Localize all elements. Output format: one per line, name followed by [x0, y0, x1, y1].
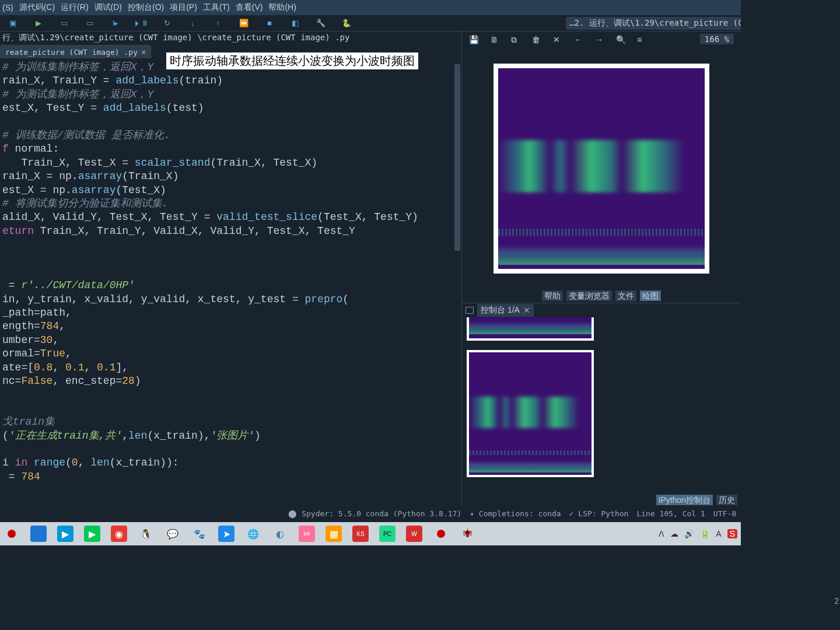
tab-history[interactable]: 历史 [716, 495, 737, 505]
app-icon[interactable]: ▶ [84, 526, 100, 542]
continue-button[interactable]: ⏩ [231, 15, 257, 32]
code-editor[interactable]: # 为训练集制作标签，返回X，Y rain_X, Train_Y = add_l… [0, 58, 461, 507]
app-icon[interactable]: ▦ [326, 526, 342, 542]
menu-item[interactable]: 帮助(H) [268, 2, 296, 13]
menu-bar[interactable]: (S) 源代码(C) 运行(R) 调试(D) 控制台(O) 项目(P) 工具(T… [0, 0, 741, 15]
tray-ime-icon[interactable]: S [727, 529, 737, 538]
file-tab[interactable]: reate_picture (CWT image) .py ✕ [0, 45, 151, 58]
annotation-overlay: 时序振动轴承数据经连续小波变换为小波时频图 [166, 52, 418, 69]
status-bar: ⬤ Spyder: 5.5.0 conda (Python 3.8.17) ✦ … [0, 507, 741, 520]
breadcrumb[interactable]: 行、调试\1.29\create_picture (CWT image) \cr… [0, 32, 461, 44]
qq-icon[interactable]: 🐧 [138, 526, 154, 542]
console-options-icon[interactable] [466, 307, 474, 314]
wrench-icon[interactable]: 🔧 [308, 15, 334, 32]
system-tray[interactable]: ᐱ ☁ 🔊 🔋 A S [659, 529, 737, 538]
bilibili-icon[interactable]: bili [299, 526, 315, 542]
wechat-icon[interactable]: 💬 [164, 526, 181, 542]
cwt-image [494, 64, 709, 274]
editor-pane: 行、调试\1.29\create_picture (CWT image) \cr… [0, 32, 462, 507]
close-icon[interactable]: ✕ [141, 47, 146, 57]
file-tab-label: reate_picture (CWT image) .py [5, 48, 138, 57]
record-icon[interactable] [433, 526, 449, 542]
new-file-button[interactable]: ▣ [0, 15, 26, 32]
status-completions[interactable]: ✦ Completions: conda [470, 509, 561, 518]
record-icon[interactable] [4, 526, 20, 542]
run-selection-button[interactable]: I▸ [103, 15, 128, 32]
hamburger-icon[interactable]: ≡ [637, 35, 645, 43]
right-pane-tabs: 帮助 变量浏览器 文件 绘图 [462, 290, 741, 303]
spyder-icon[interactable]: 🕷 [460, 526, 476, 542]
zoom-level[interactable]: 166 % [700, 34, 734, 44]
tray-cloud-icon[interactable]: ☁ [670, 529, 678, 538]
pycharm-icon[interactable]: PC [379, 526, 396, 542]
main-toolbar: ▣ ▶ ▭ ▭ I▸ ⏵⏸ ↻ ↓ ↑ ⏩ ■ ◧ 🔧 🐍 …2. 运行、调试\… [0, 15, 741, 32]
wps-icon[interactable]: W [406, 526, 422, 542]
copy-icon[interactable]: ⧉ [511, 35, 519, 43]
menu-item[interactable]: 工具(T) [203, 2, 230, 13]
run-button[interactable]: ▶ [26, 15, 51, 32]
python-icon[interactable]: 🐍 [334, 15, 359, 32]
status-lsp[interactable]: ✓ LSP: Python [569, 509, 629, 518]
plot-thumbnail[interactable] [467, 350, 594, 477]
plot-thumbnail[interactable] [467, 317, 594, 341]
baidu-icon[interactable]: 🐾 [191, 526, 208, 542]
tab-ipython[interactable]: IPython控制台 [656, 495, 713, 505]
menu-item[interactable]: 调试(D) [94, 2, 122, 13]
menu-item[interactable]: 项目(P) [170, 2, 197, 13]
console-tab-label: 控制台 1/A [481, 305, 520, 316]
task-view-icon[interactable] [30, 526, 47, 542]
windows-taskbar[interactable]: ▶ ▶ ◉ 🐧 💬 🐾 ➤ 🌐 ◐ bili ▦ KS PC W 🕷 ᐱ ☁ 🔊… [0, 522, 741, 545]
tray-ime-icon[interactable]: A [716, 529, 721, 538]
console-pane: 控制台 1/A ✕ IPython控制台 历史 [462, 303, 741, 507]
run-cell-advance-button[interactable]: ▭ [77, 15, 103, 32]
tab-help[interactable]: 帮助 [542, 290, 563, 301]
app-icon[interactable]: ▶ [57, 526, 74, 542]
status-encoding[interactable]: UTF-8 [713, 509, 736, 518]
stop-button[interactable]: ■ [257, 15, 282, 32]
tray-battery-icon[interactable]: 🔋 [700, 529, 710, 538]
status-cursor[interactable]: Line 105, Col 1 [636, 509, 705, 518]
plot-viewer[interactable] [462, 47, 741, 290]
run-cell-button[interactable]: ▭ [51, 15, 77, 32]
step-button[interactable]: ↻ [154, 15, 180, 32]
menu-item[interactable]: (S) [2, 3, 13, 12]
menu-item[interactable]: 运行(R) [61, 2, 88, 13]
close-icon[interactable]: ✕ [523, 306, 530, 315]
app-icon[interactable]: ◉ [111, 526, 127, 542]
scrollbar-vertical[interactable] [453, 58, 460, 507]
tray-chevron-icon[interactable]: ᐱ [659, 529, 664, 538]
plot-toolbar: 💾 🗎 ⧉ 🗑 ✕ ← → 🔍 ≡ 166 % [462, 32, 741, 47]
console-tab[interactable]: 控制台 1/A ✕ [477, 304, 534, 317]
console-bottom-tabs: IPython控制台 历史 [462, 494, 741, 507]
layout-button[interactable]: ◧ [282, 15, 308, 32]
tab-plots[interactable]: 绘图 [640, 290, 661, 301]
console-output[interactable] [462, 317, 741, 494]
step-in-button[interactable]: ↓ [180, 15, 205, 32]
step-out-button[interactable]: ↑ [205, 15, 231, 32]
menu-item[interactable]: 源代码(C) [19, 2, 55, 13]
edge-icon[interactable]: 🌐 [245, 526, 261, 542]
close-icon[interactable]: ✕ [553, 35, 561, 43]
tab-files[interactable]: 文件 [615, 290, 636, 301]
next-icon[interactable]: → [595, 35, 603, 43]
zoom-icon[interactable]: 🔍 [616, 35, 624, 43]
save-all-icon[interactable]: 🗎 [490, 35, 498, 43]
debug-button[interactable]: ⏵⏸ [128, 15, 154, 32]
app-icon[interactable]: KS [352, 526, 369, 542]
browser-icon[interactable]: ◐ [272, 526, 288, 542]
status-spyder[interactable]: ⬤ Spyder: 5.5.0 conda (Python 3.8.17) [288, 509, 461, 518]
app-icon[interactable]: ➤ [218, 526, 235, 542]
menu-item[interactable]: 查看(V) [236, 2, 263, 13]
delete-icon[interactable]: 🗑 [532, 35, 540, 43]
tab-variable-explorer[interactable]: 变量浏览器 [566, 290, 612, 301]
working-dir[interactable]: …2. 运行、调试\1.29\create_picture (CWT ima [566, 17, 741, 30]
prev-icon[interactable]: ← [574, 35, 582, 43]
tray-volume-icon[interactable]: 🔊 [684, 529, 694, 538]
menu-item[interactable]: 控制台(O) [128, 2, 164, 13]
save-icon[interactable]: 💾 [469, 35, 477, 43]
